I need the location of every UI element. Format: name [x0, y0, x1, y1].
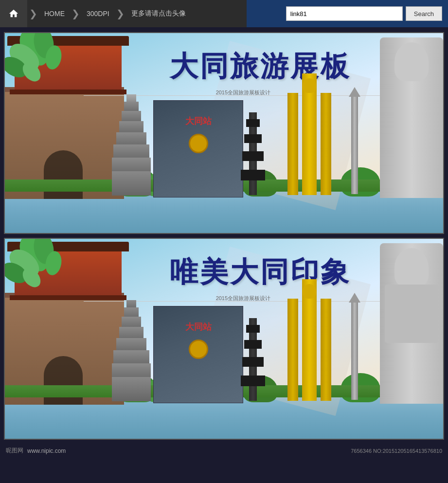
footer-id: 7656346 NO:20151205165413576810	[351, 448, 442, 454]
dark-pagoda-roof3-1	[244, 134, 262, 143]
nav-item-more[interactable]: 更多请请点击头像	[126, 0, 191, 27]
footer-url: www.nipic.com	[27, 447, 66, 454]
pagoda-tier-5-2	[116, 338, 146, 352]
golden-buddha-left-1	[287, 93, 298, 195]
golden-buddha-center-1	[302, 73, 317, 195]
stone-buddha-torso-2	[385, 285, 438, 343]
golden-buddha-group-2	[285, 279, 334, 401]
dark-pagoda-2	[241, 318, 265, 401]
dark-pagoda-roof3-2	[244, 340, 262, 349]
pagoda-tier-5-1	[116, 132, 146, 146]
obelisk-2	[351, 303, 358, 400]
golden-buddha-center-2	[302, 279, 317, 401]
dark-pagoda-roof1-2	[241, 376, 265, 386]
station-building-1: 大同站	[153, 100, 243, 197]
golden-buddha-head-1	[303, 78, 316, 93]
search-area: Search	[280, 6, 448, 21]
footer-left: 昵图网 www.nipic.com	[6, 447, 66, 455]
banner-panel-1: 大同旅游展板 2015全国旅游展板设计	[4, 32, 444, 234]
stone-buddha-body-1	[380, 37, 443, 198]
dark-pagoda-roof2-1	[242, 151, 264, 161]
station-clock-1	[189, 134, 208, 153]
footer: 昵图网 www.nipic.com 7656346 NO:20151205165…	[0, 444, 448, 458]
leaves-top-left-2	[5, 239, 63, 292]
station-sign-2: 大同站	[185, 321, 212, 333]
stone-buddha-torso-1	[385, 79, 438, 137]
stone-buddha-head-1	[394, 42, 429, 81]
golden-buddha-right-1	[321, 93, 331, 195]
pagoda-1	[112, 94, 151, 192]
pagoda-tier-6-1	[113, 144, 149, 159]
station-clock-2	[189, 340, 208, 359]
golden-buddha-group-1	[285, 73, 334, 195]
wall-arch-1	[44, 150, 83, 199]
pagoda-base-1	[112, 171, 151, 196]
home-icon	[8, 8, 19, 19]
pagoda-base-2	[112, 377, 151, 401]
dark-pagoda-roof2-2	[242, 357, 264, 367]
wall-gate-base-2	[10, 295, 126, 300]
wall-arch-2	[44, 356, 83, 405]
golden-buddha-left-2	[287, 299, 298, 401]
stone-buddha-body-2	[380, 243, 443, 404]
leaves-svg-1	[5, 33, 63, 87]
main-content: 大同旅游展板 2015全国旅游展板设计	[0, 27, 448, 444]
home-button[interactable]	[0, 0, 27, 27]
dark-pagoda-roof4-2	[246, 325, 260, 333]
nav-arrow-1: ❯	[27, 8, 39, 19]
dark-pagoda-roof1-1	[241, 170, 265, 180]
nav-item-dpi[interactable]: 300DPI	[82, 0, 114, 27]
stone-buddha-2	[380, 243, 443, 404]
golden-buddha-head-2	[303, 284, 316, 299]
pagoda-2	[112, 300, 151, 397]
pagoda-tier-6-2	[113, 350, 149, 365]
obelisk-1	[351, 97, 358, 194]
station-building-2: 大同站	[153, 306, 243, 403]
stone-buddha-head-2	[394, 248, 429, 287]
dark-pagoda-roof4-1	[246, 119, 260, 127]
nav-left: ❯ HOME ❯ 300DPI ❯ 更多请请点击头像	[0, 0, 280, 27]
station-sign-1: 大同站	[185, 115, 212, 127]
leaves-top-left-1	[5, 33, 63, 87]
banner-panel-2: 唯美大同印象 2015全国旅游展板设计	[4, 238, 444, 440]
footer-logo: 昵图网	[6, 447, 23, 455]
top-navigation-bar: ❯ HOME ❯ 300DPI ❯ 更多请请点击头像 Search	[0, 0, 448, 27]
search-input[interactable]	[286, 6, 403, 21]
nav-arrow-3: ❯	[114, 8, 126, 19]
stone-buddha-1	[380, 37, 443, 198]
nav-arrow-2: ❯	[70, 8, 82, 19]
wall-gate-base-1	[10, 89, 126, 94]
search-button[interactable]: Search	[406, 6, 442, 21]
dark-pagoda-1	[241, 112, 265, 195]
golden-buddha-right-2	[321, 299, 331, 401]
leaves-svg-2	[5, 239, 63, 292]
nav-item-home[interactable]: HOME	[39, 0, 70, 27]
